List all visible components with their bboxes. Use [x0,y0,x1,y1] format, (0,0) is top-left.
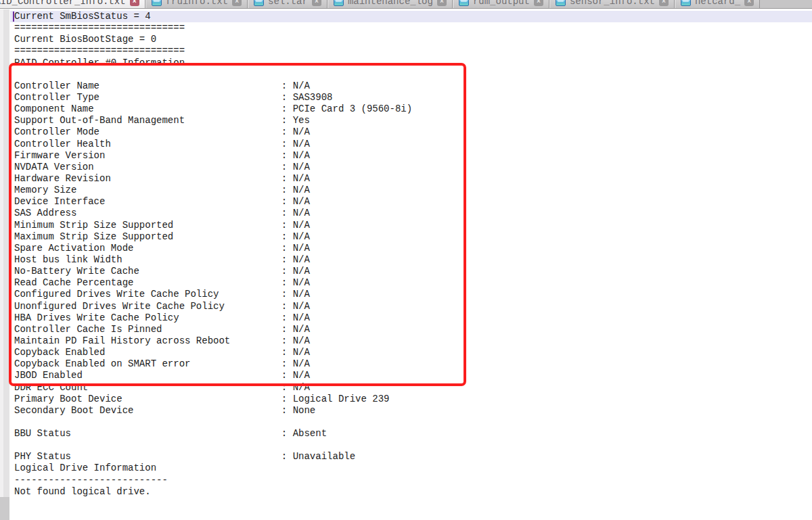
tab-raid-controller-info-txt[interactable]: RAID_Controller_Info.txt× [0,0,145,9]
tab-label: netcard_ [695,0,740,7]
text-line-property: Maintain PD Fail History across Reboot :… [10,335,812,347]
document-icon [152,0,162,6]
text-line-property: JBOD Enabled : N/A [10,370,812,381]
text-line-property: Component Name : PCIe Card 3 (9560-8i) [10,103,812,115]
text-line-property: Primary Boot Device : Logical Drive 239 [10,394,812,405]
text-caret [13,11,14,22]
text-line-property: Firmware Version : N/A [10,150,812,162]
text-line-property: Host bus link Width : N/A [10,254,812,266]
text-line: ============================== [10,22,812,34]
text-line [10,69,812,80]
document-icon [556,0,566,6]
tab-label: fruinfo.txt [166,0,228,7]
text-line-property: No-Battery Write Cache : N/A [10,266,812,277]
text-line-property: Controller Type : SAS3908 [10,92,812,103]
close-tab-icon[interactable]: × [744,0,754,6]
text-line-property: BBU Status : Absent [10,428,812,440]
text-line-property: Controller Name : N/A [10,80,812,92]
close-tab-icon[interactable]: × [312,0,321,6]
document-icon [254,0,264,6]
text-line-property: SAS Address : N/A [10,208,812,219]
close-tab-icon[interactable]: × [534,0,543,6]
tab-bar: RAID_Controller_Info.txt×fruinfo.txt×sel… [0,0,812,9]
text-line-property: Support Out-of-Band Management : Yes [10,115,812,126]
text-line-property: Device Interface : N/A [10,196,812,208]
text-line: RAID Controller #0 Information [10,57,812,69]
text-line-property: Configured Drives Write Cache Policy : N… [10,289,812,300]
text-line-property: Maximum Strip Size Supported : N/A [10,231,812,243]
tab-netcard-[interactable]: netcard_× [675,0,760,9]
text-line-property: Secondary Boot Device : None [10,405,812,417]
text-line [10,440,812,451]
text-line-property: Copyback Enabled : N/A [10,347,812,358]
tab-rdm-output[interactable]: rdm_output× [453,0,549,9]
text-layer: Current SmBiosStatus = 4================… [10,11,812,498]
text-line-property: Controller Health : N/A [10,139,812,150]
tab-label: rdm_output [473,0,530,7]
text-line-property: Unonfigured Drives Write Cache Policy : … [10,301,812,312]
close-tab-icon[interactable]: × [437,0,447,6]
text-line-property: Read Cache Percentage : N/A [10,277,812,289]
text-line-property: Minimum Strip Size Supported : N/A [10,220,812,231]
text-editor-area[interactable]: Current SmBiosStatus = 4================… [0,9,812,520]
tab-sel-tar[interactable]: sel.tar× [248,0,328,9]
editor-margin-inner [3,9,9,520]
text-line-property: PHY Status : Unavailable [10,451,812,463]
text-line-property: Copyback Enabled on SMART error : N/A [10,358,812,370]
document-icon [459,0,469,6]
text-line: Not found logical drive. [10,486,812,498]
text-line: Current BiosBootStage = 0 [10,34,812,45]
document-icon [334,0,344,6]
text-line: Logical Drive Information [10,463,812,474]
text-line-property: DDR ECC Count : N/A [10,382,812,394]
text-line-property: HBA Drives Write Cache Policy : N/A [10,312,812,324]
tab-label: maintenance_log [348,0,433,7]
close-tab-icon[interactable]: × [659,0,669,6]
tab-maintenance-log[interactable]: maintenance_log× [328,0,453,9]
text-line: --------------------------- [10,475,812,486]
text-line [10,417,812,428]
text-line: Current SmBiosStatus = 4 [10,11,812,22]
text-line-property: Hardware Revision : N/A [10,173,812,185]
tab-sensor-info-txt[interactable]: sensor_info.txt× [549,0,675,9]
text-line-property: Controller Cache Is Pinned : N/A [10,324,812,335]
text-line-property: Memory Size : N/A [10,185,812,196]
text-line-property: NVDATA Version : N/A [10,162,812,173]
tab-label: RAID_Controller_Info.txt [0,0,126,7]
text-line-property: Controller Mode : N/A [10,126,812,138]
close-tab-icon[interactable]: × [130,0,139,6]
text-line: ============================== [10,45,812,57]
tab-label: sel.tar [268,0,308,7]
editor-margin-end-block [0,497,9,520]
document-icon [681,0,691,6]
tab-fruinfo-txt[interactable]: fruinfo.txt× [145,0,248,9]
close-tab-icon[interactable]: × [232,0,242,6]
text-line-property: Spare Activation Mode : N/A [10,243,812,254]
tab-label: sensor_info.txt [570,0,655,7]
tabs-row: RAID_Controller_Info.txt×fruinfo.txt×sel… [0,0,812,9]
